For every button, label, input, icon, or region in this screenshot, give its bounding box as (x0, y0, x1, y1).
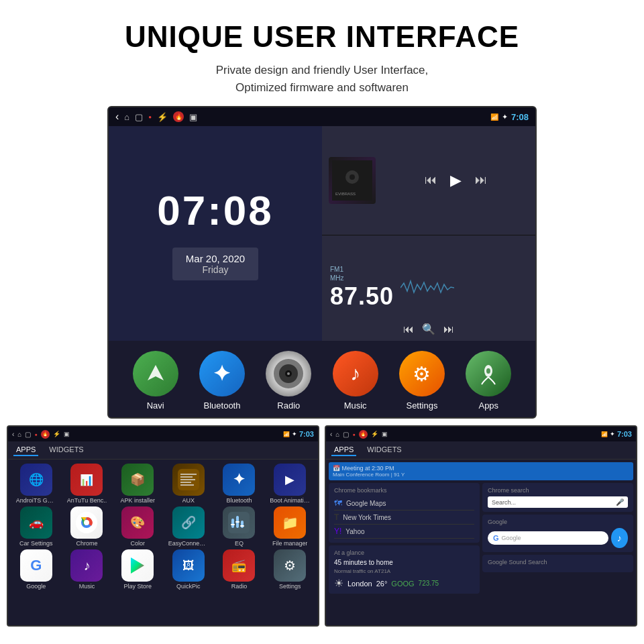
bl-home-icon[interactable]: ⌂ (17, 431, 21, 438)
bl-tab-widgets[interactable]: WIDGETS (46, 444, 86, 456)
svg-rect-23 (241, 521, 244, 528)
radio-next-button[interactable]: ⏭ (443, 323, 454, 335)
br-home-icon[interactable]: ⌂ (335, 431, 339, 438)
br-back-icon[interactable]: ‹ (330, 431, 332, 438)
main-status-bar: ‹ ⌂ ▢ ● ⚡ 🔥 ▣ 📶 ✦ 7:08 (109, 107, 535, 126)
music-app-icon: ♪ (333, 351, 378, 396)
bl-tab-apps[interactable]: APPS (13, 444, 38, 456)
chrome-search-box[interactable]: Search... 🎤 (488, 496, 628, 508)
bottom-right-screen: ‹ ⌂ ▢ ● 🔥 ⚡ ▣ 📶 ✦ 7:03 APPS WIDGETS 📅 Me… (325, 425, 637, 627)
grid-app-bluetooth[interactable]: ✦ Bluetooth (215, 464, 264, 504)
grid-app-files[interactable]: 📁 File manager (266, 506, 314, 547)
grid-app-radio2[interactable]: 📻 Radio (215, 549, 264, 590)
app-settings[interactable]: ⚙ Settings (399, 351, 445, 411)
google-search-button[interactable]: G Google (488, 531, 608, 545)
app-radio[interactable]: Radio (266, 351, 311, 411)
grid-app-playstore[interactable]: Play Store (113, 549, 162, 590)
br-widgets-content: 📅 Meeting at 2:30 PM Main Conference Roo… (326, 460, 636, 596)
bl-back-icon[interactable]: ‹ (12, 431, 14, 438)
chrome-bookmarks-widget: Chrome bookmarks 🗺 Google Maps T New Yor… (329, 483, 480, 543)
app-navi[interactable]: Navi (133, 351, 178, 411)
bl-tab-bar: APPS WIDGETS (8, 441, 318, 460)
radio-band-display: FM1 MHz 87.50 (330, 265, 394, 311)
br-tab-widgets[interactable]: WIDGETS (364, 444, 404, 456)
bluetooth-app-icon: ✦ (199, 351, 245, 396)
grid-app-easyconn[interactable]: 🔗 EasyConnecti.. (164, 506, 213, 547)
grid-app-settings2[interactable]: ⚙ Settings (266, 549, 314, 590)
bl-record-icon: ● (34, 432, 37, 437)
grid-app-google[interactable]: G Google (12, 549, 60, 590)
bookmark-nyt[interactable]: T New York Times (334, 511, 474, 525)
app-bluetooth[interactable]: ✦ Bluetooth (199, 351, 245, 411)
next-track-button[interactable]: ⏭ (475, 173, 487, 187)
br-tab-apps[interactable]: APPS (331, 444, 356, 456)
br-app-icon: 🔥 (359, 430, 368, 439)
bl-signal-icon: 📶 (283, 431, 290, 437)
app-apps[interactable]: Apps (466, 351, 511, 411)
br-status-time: 7:03 (617, 430, 632, 438)
app-icon-small: 🔥 (173, 111, 184, 122)
music-label: Music (344, 400, 367, 411)
play-button[interactable]: ▶ (450, 172, 462, 189)
widgets-two-col: Chrome bookmarks 🗺 Google Maps T New Yor… (329, 483, 633, 594)
svg-text:EVIBRASS: EVIBRASS (335, 192, 356, 196)
right-widgets: EVIBRASS ⏮ ▶ ⏭ FM1 MHz (322, 126, 535, 341)
bluetooth-label: Bluetooth (204, 400, 241, 411)
app-music[interactable]: ♪ Music (333, 351, 378, 411)
navi-icon (133, 351, 178, 396)
chrome-search-widget: Chrome search Search... 🎤 (482, 483, 633, 512)
weather-icon: ☀ (334, 577, 343, 590)
at-glance-widget: At a glance 45 minutes to home Normal tr… (329, 545, 480, 594)
radio-prev-button[interactable]: ⏮ (403, 323, 414, 335)
bl-bluetooth-icon: ✦ (292, 431, 297, 437)
br-bluetooth-icon: ✦ (610, 431, 615, 437)
bottom-left-screen: ‹ ⌂ ▢ ● 🔥 ⚡ ▣ 📶 ✦ 7:03 APPS WIDGETS 🌐 An… (7, 425, 319, 627)
apps-row: Navi ✦ Bluetooth Radio ♪ Music (109, 341, 535, 417)
grid-app-eq[interactable]: EQ (215, 506, 264, 547)
usb-icon: ⚡ (157, 112, 168, 122)
grid-app-car[interactable]: 🚗 Car Settings (12, 506, 60, 547)
bl-app-grid: 🌐 AndroiTS GPS.. 📊 AnTuTu Benc.. 📦 APK i… (8, 460, 318, 594)
bookmark-maps[interactable]: 🗺 Google Maps (334, 496, 474, 511)
google-music-button[interactable]: ♪ (611, 528, 628, 548)
radio-widget: FM1 MHz 87.50 ⏮ 🔍 ⏭ (322, 235, 535, 341)
prev-track-button[interactable]: ⏮ (425, 173, 437, 187)
grid-app-apk[interactable]: 📦 APK installer (113, 464, 162, 504)
grid-app-music2[interactable]: ♪ Music (63, 549, 111, 590)
display-icon: ▣ (189, 112, 197, 122)
album-art: EVIBRASS (329, 157, 376, 204)
weather-city: London (347, 580, 372, 588)
br-display-icon: ▣ (382, 431, 388, 437)
grid-app-aux[interactable]: AUX (164, 464, 213, 504)
playback-controls: ⏮ ▶ ⏭ (425, 172, 487, 189)
svg-rect-21 (231, 519, 234, 528)
radio-frequency: 87.50 (330, 282, 394, 311)
subtitle: Private design and friendly User Interfa… (13, 62, 631, 96)
right-widgets-col: Chrome search Search... 🎤 Google G Googl… (482, 483, 633, 594)
bookmark-yahoo[interactable]: Y! Yahoo (334, 525, 474, 539)
bl-recent-icon[interactable]: ▢ (25, 431, 31, 438)
grid-app-boot[interactable]: ▶ Boot Animation (266, 464, 314, 504)
grid-app-gps[interactable]: 🌐 AndroiTS GPS.. (12, 464, 60, 504)
date-display: Mar 20, 2020 Friday (172, 248, 258, 280)
grid-app-chrome[interactable]: Chrome (63, 506, 111, 547)
apps-label: Apps (478, 400, 498, 411)
br-tab-bar: APPS WIDGETS (326, 441, 636, 460)
radio-app-icon (266, 351, 311, 396)
clock-display: 07:08 (157, 186, 274, 234)
grid-app-antutu[interactable]: 📊 AnTuTu Benc.. (63, 464, 111, 504)
bottom-left-status-bar: ‹ ⌂ ▢ ● 🔥 ⚡ ▣ 📶 ✦ 7:03 (8, 427, 318, 441)
bl-app-icon: 🔥 (41, 430, 50, 439)
radio-controls: ⏮ 🔍 ⏭ (403, 323, 454, 335)
svg-point-19 (84, 520, 89, 525)
grid-app-quickpic[interactable]: 🖼 QuickPic (164, 549, 213, 590)
br-recent-icon[interactable]: ▢ (343, 431, 349, 438)
radio-search-button[interactable]: 🔍 (422, 323, 435, 335)
recent-icon[interactable]: ▢ (135, 112, 143, 122)
svg-rect-26 (240, 525, 244, 527)
bottom-right-status-bar: ‹ ⌂ ▢ ● 🔥 ⚡ ▣ 📶 ✦ 7:03 (326, 427, 636, 441)
grid-app-color[interactable]: 🎨 Color (113, 506, 162, 547)
home-icon[interactable]: ⌂ (124, 112, 129, 122)
back-icon[interactable]: ‹ (115, 111, 119, 123)
settings-label: Settings (406, 400, 437, 411)
